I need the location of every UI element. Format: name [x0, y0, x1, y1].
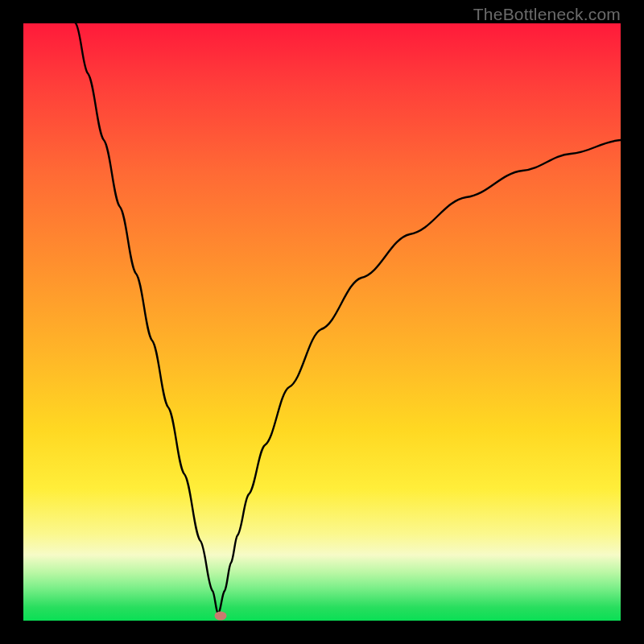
watermark-text: TheBottleneck.com	[473, 5, 621, 24]
chart-stage: TheBottleneck.com	[0, 0, 644, 644]
plot-area	[23, 23, 621, 621]
bottleneck-curve	[23, 23, 621, 621]
minimum-marker	[215, 612, 227, 621]
